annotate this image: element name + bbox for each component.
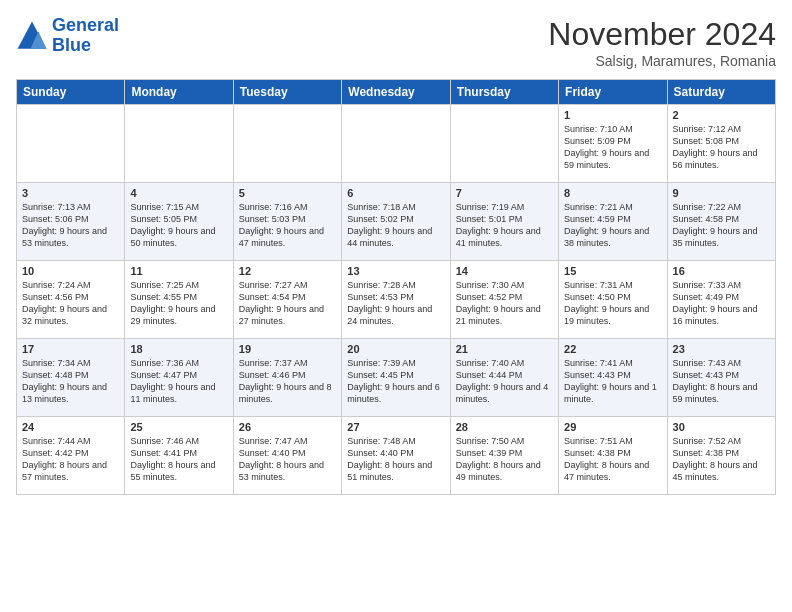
day-info: Sunrise: 7:12 AM Sunset: 5:08 PM Dayligh… (673, 123, 770, 172)
day-number: 17 (22, 343, 119, 355)
day-number: 14 (456, 265, 553, 277)
day-info: Sunrise: 7:18 AM Sunset: 5:02 PM Dayligh… (347, 201, 444, 250)
main-container: General Blue November 2024 Salsig, Maram… (0, 0, 792, 503)
day-info: Sunrise: 7:15 AM Sunset: 5:05 PM Dayligh… (130, 201, 227, 250)
day-number: 6 (347, 187, 444, 199)
calendar-table: Sunday Monday Tuesday Wednesday Thursday… (16, 79, 776, 495)
day-number: 2 (673, 109, 770, 121)
header-row: Sunday Monday Tuesday Wednesday Thursday… (17, 80, 776, 105)
calendar-week-3: 10Sunrise: 7:24 AM Sunset: 4:56 PM Dayli… (17, 261, 776, 339)
calendar-cell: 1Sunrise: 7:10 AM Sunset: 5:09 PM Daylig… (559, 105, 667, 183)
calendar-cell: 30Sunrise: 7:52 AM Sunset: 4:38 PM Dayli… (667, 417, 775, 495)
calendar-body: 1Sunrise: 7:10 AM Sunset: 5:09 PM Daylig… (17, 105, 776, 495)
calendar-week-4: 17Sunrise: 7:34 AM Sunset: 4:48 PM Dayli… (17, 339, 776, 417)
calendar-cell: 7Sunrise: 7:19 AM Sunset: 5:01 PM Daylig… (450, 183, 558, 261)
calendar-cell: 25Sunrise: 7:46 AM Sunset: 4:41 PM Dayli… (125, 417, 233, 495)
day-number: 1 (564, 109, 661, 121)
calendar-cell: 13Sunrise: 7:28 AM Sunset: 4:53 PM Dayli… (342, 261, 450, 339)
day-info: Sunrise: 7:16 AM Sunset: 5:03 PM Dayligh… (239, 201, 336, 250)
day-info: Sunrise: 7:37 AM Sunset: 4:46 PM Dayligh… (239, 357, 336, 406)
day-info: Sunrise: 7:25 AM Sunset: 4:55 PM Dayligh… (130, 279, 227, 328)
calendar-cell: 3Sunrise: 7:13 AM Sunset: 5:06 PM Daylig… (17, 183, 125, 261)
calendar-cell: 12Sunrise: 7:27 AM Sunset: 4:54 PM Dayli… (233, 261, 341, 339)
day-number: 19 (239, 343, 336, 355)
logo: General Blue (16, 16, 119, 56)
day-number: 5 (239, 187, 336, 199)
day-info: Sunrise: 7:33 AM Sunset: 4:49 PM Dayligh… (673, 279, 770, 328)
day-number: 15 (564, 265, 661, 277)
day-info: Sunrise: 7:24 AM Sunset: 4:56 PM Dayligh… (22, 279, 119, 328)
calendar-week-1: 1Sunrise: 7:10 AM Sunset: 5:09 PM Daylig… (17, 105, 776, 183)
calendar-cell (233, 105, 341, 183)
col-friday: Friday (559, 80, 667, 105)
calendar-cell: 27Sunrise: 7:48 AM Sunset: 4:40 PM Dayli… (342, 417, 450, 495)
day-info: Sunrise: 7:27 AM Sunset: 4:54 PM Dayligh… (239, 279, 336, 328)
calendar-cell: 29Sunrise: 7:51 AM Sunset: 4:38 PM Dayli… (559, 417, 667, 495)
calendar-cell: 23Sunrise: 7:43 AM Sunset: 4:43 PM Dayli… (667, 339, 775, 417)
day-number: 22 (564, 343, 661, 355)
day-number: 4 (130, 187, 227, 199)
calendar-cell: 8Sunrise: 7:21 AM Sunset: 4:59 PM Daylig… (559, 183, 667, 261)
day-number: 7 (456, 187, 553, 199)
header: General Blue November 2024 Salsig, Maram… (16, 16, 776, 69)
calendar-cell: 20Sunrise: 7:39 AM Sunset: 4:45 PM Dayli… (342, 339, 450, 417)
day-info: Sunrise: 7:50 AM Sunset: 4:39 PM Dayligh… (456, 435, 553, 484)
col-thursday: Thursday (450, 80, 558, 105)
day-number: 10 (22, 265, 119, 277)
day-number: 8 (564, 187, 661, 199)
calendar-cell: 6Sunrise: 7:18 AM Sunset: 5:02 PM Daylig… (342, 183, 450, 261)
day-info: Sunrise: 7:40 AM Sunset: 4:44 PM Dayligh… (456, 357, 553, 406)
calendar-cell (17, 105, 125, 183)
calendar-cell: 21Sunrise: 7:40 AM Sunset: 4:44 PM Dayli… (450, 339, 558, 417)
calendar-cell: 9Sunrise: 7:22 AM Sunset: 4:58 PM Daylig… (667, 183, 775, 261)
col-tuesday: Tuesday (233, 80, 341, 105)
calendar-cell: 24Sunrise: 7:44 AM Sunset: 4:42 PM Dayli… (17, 417, 125, 495)
day-info: Sunrise: 7:13 AM Sunset: 5:06 PM Dayligh… (22, 201, 119, 250)
day-info: Sunrise: 7:28 AM Sunset: 4:53 PM Dayligh… (347, 279, 444, 328)
calendar-cell: 5Sunrise: 7:16 AM Sunset: 5:03 PM Daylig… (233, 183, 341, 261)
day-number: 11 (130, 265, 227, 277)
calendar-cell: 22Sunrise: 7:41 AM Sunset: 4:43 PM Dayli… (559, 339, 667, 417)
calendar-cell: 17Sunrise: 7:34 AM Sunset: 4:48 PM Dayli… (17, 339, 125, 417)
logo-icon (16, 20, 48, 52)
logo-text: General Blue (52, 16, 119, 56)
calendar-cell: 15Sunrise: 7:31 AM Sunset: 4:50 PM Dayli… (559, 261, 667, 339)
calendar-cell (450, 105, 558, 183)
calendar-cell: 26Sunrise: 7:47 AM Sunset: 4:40 PM Dayli… (233, 417, 341, 495)
calendar-cell: 19Sunrise: 7:37 AM Sunset: 4:46 PM Dayli… (233, 339, 341, 417)
day-info: Sunrise: 7:46 AM Sunset: 4:41 PM Dayligh… (130, 435, 227, 484)
day-number: 24 (22, 421, 119, 433)
calendar-cell: 10Sunrise: 7:24 AM Sunset: 4:56 PM Dayli… (17, 261, 125, 339)
calendar-week-2: 3Sunrise: 7:13 AM Sunset: 5:06 PM Daylig… (17, 183, 776, 261)
day-number: 29 (564, 421, 661, 433)
day-info: Sunrise: 7:19 AM Sunset: 5:01 PM Dayligh… (456, 201, 553, 250)
day-info: Sunrise: 7:39 AM Sunset: 4:45 PM Dayligh… (347, 357, 444, 406)
day-info: Sunrise: 7:10 AM Sunset: 5:09 PM Dayligh… (564, 123, 661, 172)
day-info: Sunrise: 7:36 AM Sunset: 4:47 PM Dayligh… (130, 357, 227, 406)
day-info: Sunrise: 7:31 AM Sunset: 4:50 PM Dayligh… (564, 279, 661, 328)
day-number: 21 (456, 343, 553, 355)
calendar-week-5: 24Sunrise: 7:44 AM Sunset: 4:42 PM Dayli… (17, 417, 776, 495)
calendar-cell (125, 105, 233, 183)
day-info: Sunrise: 7:41 AM Sunset: 4:43 PM Dayligh… (564, 357, 661, 406)
day-number: 16 (673, 265, 770, 277)
calendar-cell: 2Sunrise: 7:12 AM Sunset: 5:08 PM Daylig… (667, 105, 775, 183)
day-number: 20 (347, 343, 444, 355)
day-number: 30 (673, 421, 770, 433)
day-info: Sunrise: 7:30 AM Sunset: 4:52 PM Dayligh… (456, 279, 553, 328)
day-info: Sunrise: 7:44 AM Sunset: 4:42 PM Dayligh… (22, 435, 119, 484)
calendar-cell (342, 105, 450, 183)
day-info: Sunrise: 7:34 AM Sunset: 4:48 PM Dayligh… (22, 357, 119, 406)
day-number: 9 (673, 187, 770, 199)
col-saturday: Saturday (667, 80, 775, 105)
day-info: Sunrise: 7:21 AM Sunset: 4:59 PM Dayligh… (564, 201, 661, 250)
day-number: 27 (347, 421, 444, 433)
calendar-cell: 4Sunrise: 7:15 AM Sunset: 5:05 PM Daylig… (125, 183, 233, 261)
day-info: Sunrise: 7:43 AM Sunset: 4:43 PM Dayligh… (673, 357, 770, 406)
month-title: November 2024 (548, 16, 776, 53)
day-number: 13 (347, 265, 444, 277)
day-number: 23 (673, 343, 770, 355)
calendar-cell: 14Sunrise: 7:30 AM Sunset: 4:52 PM Dayli… (450, 261, 558, 339)
day-number: 12 (239, 265, 336, 277)
title-area: November 2024 Salsig, Maramures, Romania (548, 16, 776, 69)
